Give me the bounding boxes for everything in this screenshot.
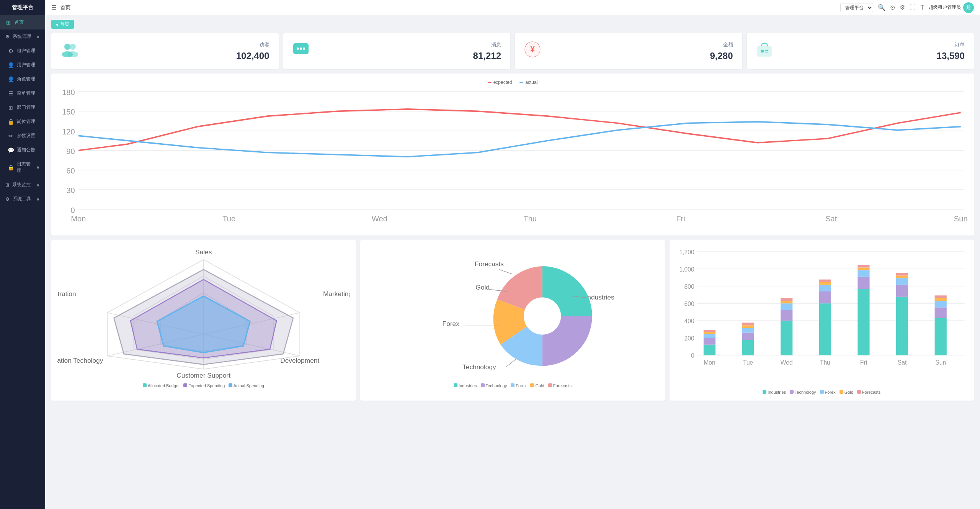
- svg-rect-11: [761, 50, 764, 52]
- svg-text:Forecasts: Forecasts: [475, 260, 504, 268]
- legend-industries: Industries: [454, 383, 477, 388]
- legend-gold: Gold: [530, 383, 544, 388]
- breadcrumb-tag: ● 首页: [51, 20, 74, 29]
- bar-legend-industries: Industries: [763, 390, 786, 394]
- svg-rect-107: [934, 301, 946, 307]
- radar-legend: Allocated Budget Expected Spending Actua…: [57, 383, 350, 388]
- sidebar-item-label: 租户管理: [17, 47, 35, 54]
- svg-text:Forex: Forex: [443, 320, 460, 327]
- sidebar-item-system[interactable]: ⚙ 系统管理 ∧: [0, 29, 45, 44]
- svg-rect-12: [765, 50, 768, 51]
- svg-rect-82: [742, 328, 754, 332]
- svg-point-1: [70, 44, 76, 50]
- svg-text:Mon: Mon: [704, 359, 715, 366]
- sidebar-item-role[interactable]: 👤 角色管理: [0, 72, 45, 86]
- svg-text:180: 180: [62, 88, 75, 97]
- settings-icon[interactable]: ⚙: [900, 4, 905, 11]
- svg-text:600: 600: [684, 301, 694, 307]
- sidebar-item-tenant[interactable]: ⚙ 租户管理: [0, 44, 45, 58]
- monitor-icon: ⊞: [5, 182, 9, 188]
- svg-rect-97: [858, 270, 869, 277]
- pie-chart-svg: Forecasts Gold Forex Technology Industri…: [366, 246, 658, 379]
- svg-text:Tue: Tue: [222, 214, 235, 223]
- legend-forecasts: Forecasts: [548, 383, 572, 388]
- sidebar-item-post[interactable]: 🔒 岗位管理: [0, 115, 45, 129]
- orders-label: 订单: [955, 41, 965, 48]
- sidebar-item-home[interactable]: ⊞ 首页: [0, 15, 45, 29]
- messages-value: 81,212: [473, 51, 501, 61]
- sidebar-item-tools[interactable]: ⚙ 系统工具 ∨: [0, 192, 45, 206]
- expected-label: expected: [493, 80, 512, 85]
- sidebar-item-notice[interactable]: 💬 通知公告: [0, 143, 45, 157]
- stat-card-orders: 订单 13,590: [747, 33, 974, 69]
- sidebar-item-label: 角色管理: [17, 76, 35, 82]
- search-icon[interactable]: 🔍: [878, 4, 885, 11]
- svg-rect-109: [934, 295, 946, 298]
- svg-text:0: 0: [71, 206, 75, 214]
- sidebar-item-dept[interactable]: ⊞ 部门管理: [0, 100, 45, 115]
- topbar-right: 管理平台 🔍 ⊙ ⚙ ⛶ T 超级租户管理员 超: [840, 2, 974, 13]
- user-info[interactable]: 超级租户管理员 超: [929, 2, 974, 13]
- svg-text:200: 200: [684, 335, 694, 342]
- svg-rect-85: [781, 321, 792, 355]
- stat-card-visitors: 访客 102,400: [51, 33, 279, 69]
- hamburger-icon[interactable]: ☰: [51, 4, 57, 11]
- sidebar-item-label: 日志管理: [17, 161, 33, 174]
- svg-rect-84: [742, 322, 754, 325]
- breadcrumb-label: 首页: [60, 21, 69, 28]
- menu-icon: ☰: [8, 90, 14, 97]
- param-icon: ✏: [8, 133, 14, 139]
- orders-info: 订单 13,590: [781, 41, 965, 61]
- svg-point-5: [297, 47, 299, 50]
- stat-card-messages: 消息 81,212: [283, 33, 511, 69]
- amount-info: 金额 9,280: [549, 41, 733, 61]
- svg-line-59: [506, 359, 516, 367]
- sidebar-item-monitor[interactable]: ⊞ 系统监控 ∨: [0, 178, 45, 192]
- topbar: ☰ 首页 管理平台 🔍 ⊙ ⚙ ⛶ T 超级租户管理员 超: [45, 0, 980, 15]
- svg-rect-101: [896, 285, 908, 296]
- font-icon[interactable]: T: [920, 4, 924, 11]
- svg-text:Marketing: Marketing: [323, 290, 350, 298]
- page-content: ● 首页 访客 102,400: [45, 15, 980, 509]
- svg-rect-81: [742, 332, 754, 340]
- sidebar-item-user[interactable]: 👤 用户管理: [0, 58, 45, 72]
- log-chevron-icon: ∨: [36, 165, 40, 170]
- svg-rect-10: [758, 46, 771, 56]
- monitor-chevron-icon: ∨: [36, 182, 40, 188]
- platform-select[interactable]: 管理平台: [840, 3, 873, 12]
- bar-chart-card: 1,200 1,000 800 600 400 200 0: [670, 240, 974, 401]
- visitors-info: 访客 102,400: [87, 41, 270, 61]
- user-icon: 👤: [8, 62, 14, 68]
- topbar-breadcrumb: 首页: [60, 4, 70, 11]
- tools-chevron-icon: ∨: [36, 196, 40, 202]
- orders-icon: [756, 41, 773, 61]
- svg-text:Industries: Industries: [586, 293, 614, 301]
- legend-expected-spending: Expected Spending: [183, 383, 225, 388]
- radar-chart-svg: Sales Marketing Development Customer Sup…: [57, 246, 350, 379]
- bar-legend-gold: Gold: [840, 390, 853, 394]
- messages-info: 消息 81,212: [317, 41, 501, 61]
- svg-text:Sales: Sales: [195, 248, 212, 256]
- svg-text:Wed: Wed: [372, 214, 387, 223]
- github-icon[interactable]: ⊙: [890, 4, 895, 11]
- legend-actual-spending: Actual Spending: [229, 383, 264, 388]
- legend-technology: Technology: [481, 383, 507, 388]
- svg-text:Sat: Sat: [825, 214, 837, 223]
- svg-rect-75: [704, 345, 715, 355]
- fullscreen-icon[interactable]: ⛶: [910, 4, 916, 11]
- bar-legend: Industries Technology Forex Gold Forecas…: [676, 390, 968, 394]
- system-icon: ⚙: [5, 34, 10, 39]
- svg-text:Sun: Sun: [935, 359, 946, 366]
- sidebar-item-param[interactable]: ✏ 参数设置: [0, 129, 45, 143]
- sidebar: 管理平台 ⊞ 首页 ⚙ 系统管理 ∧ ⚙ 租户管理 👤 用户管理 👤 角色管理 …: [0, 0, 45, 509]
- line-chart-card: expected actual 180 150 120 90 60 30 0: [51, 74, 974, 236]
- svg-rect-86: [781, 310, 792, 321]
- svg-text:30: 30: [66, 186, 75, 195]
- svg-text:¥: ¥: [530, 44, 535, 54]
- svg-rect-78: [704, 332, 715, 334]
- sidebar-item-menu[interactable]: ☰ 菜单管理: [0, 86, 45, 100]
- svg-rect-91: [819, 291, 831, 303]
- line-chart-svg: 180 150 120 90 60 30 0 Mon Tue Wed Th: [57, 88, 968, 228]
- sidebar-item-log[interactable]: 🔒 日志管理 ∨: [0, 157, 45, 178]
- svg-rect-88: [781, 301, 792, 303]
